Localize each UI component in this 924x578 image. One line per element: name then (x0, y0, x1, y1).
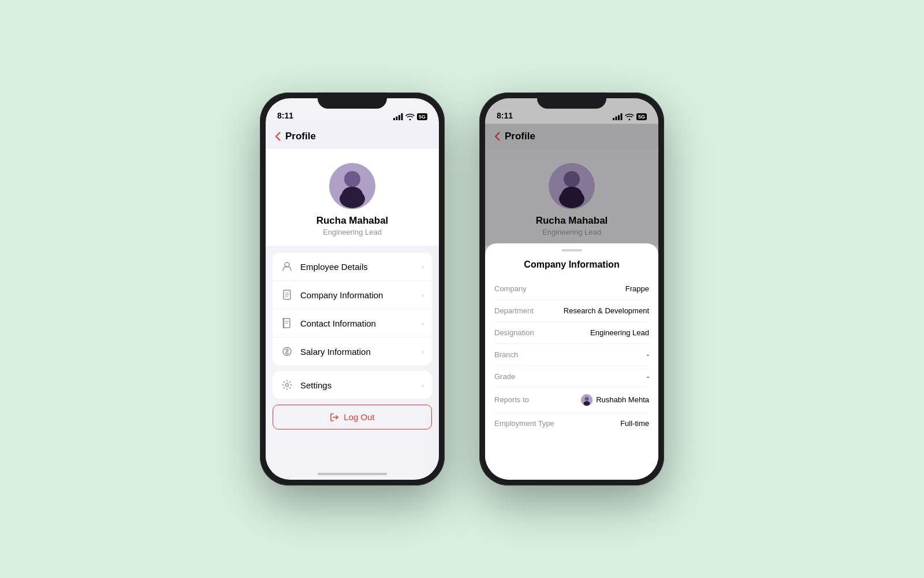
sheet-rows: Company Frappe Department Research & Dev… (485, 278, 658, 434)
reports-avatar (581, 394, 593, 406)
nav-title-1: Profile (285, 131, 316, 142)
signal-icon-2 (613, 113, 623, 120)
sheet-row-employment-type: Employment Type Full-time (494, 413, 649, 434)
signal-icon (393, 113, 403, 120)
menu-item-company-info[interactable]: Company Information › (273, 281, 432, 309)
sheet-label-branch: Branch (494, 350, 518, 359)
wifi-icon (405, 113, 415, 120)
book-icon (281, 317, 293, 329)
chevron-icon-2: › (422, 291, 424, 299)
screen-1: 8:11 5G (266, 98, 439, 480)
sheet-row-designation: Designation Engineering Lead (494, 322, 649, 344)
profile-role-1: Engineering Lead (323, 228, 382, 236)
svg-rect-20 (613, 118, 614, 120)
sheet-row-grade: Grade - (494, 366, 649, 388)
status-icons-2: 5G (613, 113, 647, 120)
logout-icon (330, 413, 339, 422)
screen-2: 8:11 5G (485, 98, 658, 480)
home-bar-1 (318, 473, 387, 475)
avatar-image-1 (329, 163, 375, 209)
phone-1: 8:11 5G (260, 92, 445, 486)
svg-rect-22 (618, 115, 620, 120)
notch-2 (537, 92, 606, 109)
svg-point-39 (585, 397, 589, 401)
profile-name-1: Rucha Mahabal (316, 215, 389, 227)
back-button-1[interactable]: Profile (275, 131, 316, 142)
nav-bar-1: Profile (266, 124, 439, 149)
chevron-icon-4: › (422, 347, 424, 356)
menu-group-1: Employee Details › Company Information › (273, 253, 432, 365)
sheet-value-branch: - (647, 350, 649, 359)
sheet-row-branch: Branch - (494, 344, 649, 366)
sheet-label-designation: Designation (494, 328, 534, 337)
svg-rect-3 (401, 113, 403, 120)
reports-avatar-img (581, 394, 593, 406)
sheet-value-reports-to: Rushabh Mehta (581, 394, 649, 406)
back-chevron-icon (275, 132, 281, 141)
settings-group-1: Settings › (273, 371, 432, 399)
profile-section-1: Rucha Mahabal Engineering Lead (266, 149, 439, 246)
menu-label-salary-info: Salary Information (300, 347, 415, 357)
5g-badge-2: 5G (636, 113, 647, 120)
menu-item-employee-details[interactable]: Employee Details › (273, 253, 432, 281)
chevron-icon-3: › (422, 319, 424, 328)
bottom-sheet: Company Information Company Frappe Depar… (485, 243, 658, 480)
phone-2: 8:11 5G (479, 92, 664, 486)
status-icons-1: 5G (393, 113, 427, 120)
sheet-label-employment-type: Employment Type (494, 419, 554, 428)
svg-point-18 (286, 384, 289, 387)
wifi-icon-2 (625, 113, 634, 120)
svg-rect-1 (396, 117, 397, 121)
reports-to-name: Rushabh Mehta (596, 395, 649, 404)
sheet-label-grade: Grade (494, 372, 515, 381)
logout-label-1: Log Out (344, 412, 374, 422)
sheet-row-reports-to: Reports to Rushabh Mehta (494, 388, 649, 413)
menu-label-employee-details: Employee Details (300, 262, 415, 272)
menu-item-contact-info[interactable]: Contact Information › (273, 309, 432, 338)
document-icon (281, 288, 293, 301)
logout-button-1[interactable]: Log Out (273, 405, 432, 429)
sheet-value-company: Frappe (625, 284, 649, 293)
content-area-1: Employee Details › Company Information › (266, 246, 439, 468)
sheet-value-department: Research & Development (564, 306, 649, 315)
sheet-title: Company Information (485, 260, 658, 270)
svg-point-5 (344, 171, 360, 187)
5g-badge: 5G (417, 113, 427, 120)
svg-rect-2 (398, 115, 400, 120)
svg-point-7 (342, 187, 363, 203)
sheet-handle (561, 249, 582, 251)
svg-point-40 (584, 401, 590, 406)
gear-icon (281, 379, 293, 391)
sheet-label-reports-to: Reports to (494, 395, 529, 404)
dollar-icon (281, 345, 293, 358)
chevron-icon-5: › (422, 381, 424, 390)
sheet-row-company: Company Frappe (494, 278, 649, 300)
sheet-label-department: Department (494, 306, 534, 315)
person-icon (281, 260, 293, 273)
sheet-value-employment-type: Full-time (620, 419, 649, 428)
svg-rect-0 (393, 118, 395, 120)
status-time-1: 8:11 (277, 111, 293, 120)
menu-label-company-info: Company Information (300, 290, 415, 300)
svg-rect-21 (615, 117, 617, 121)
sheet-row-department: Department Research & Development (494, 300, 649, 322)
menu-item-settings[interactable]: Settings › (273, 371, 432, 399)
menu-item-salary-info[interactable]: Salary Information › (273, 338, 432, 365)
avatar-1 (329, 163, 375, 209)
notch-1 (318, 92, 387, 109)
chevron-icon-1: › (422, 262, 424, 271)
menu-label-settings: Settings (300, 380, 415, 390)
home-indicator-1 (266, 468, 439, 480)
status-time-2: 8:11 (497, 111, 513, 120)
svg-rect-23 (620, 113, 622, 120)
sheet-label-company: Company (494, 284, 527, 293)
sheet-value-grade: - (647, 372, 649, 381)
menu-label-contact-info: Contact Information (300, 318, 415, 328)
sheet-value-designation: Engineering Lead (590, 328, 649, 337)
